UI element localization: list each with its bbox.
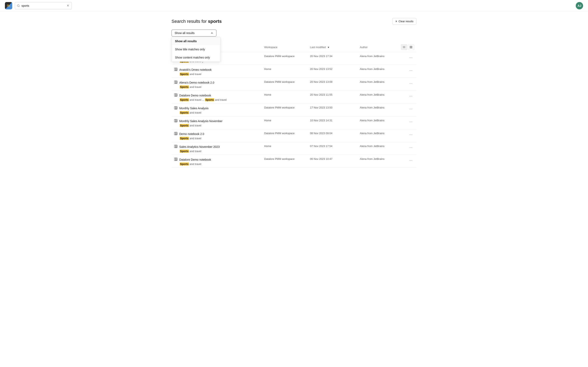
result-title[interactable]: Monthly Sales Analysis November bbox=[179, 119, 223, 123]
result-more-button[interactable]: ··· bbox=[408, 157, 414, 163]
result-more-button[interactable]: ··· bbox=[408, 80, 414, 86]
table-row: Demo notebook 2.0Sports and travelDatalo… bbox=[172, 129, 416, 142]
result-modified: 20 Nov 2023 13:52 bbox=[307, 65, 357, 78]
table-row: Datalore Demo notebookSports and travel … bbox=[172, 91, 416, 104]
page-header: Search results for sports ✕ Clear result… bbox=[172, 18, 416, 25]
search-input[interactable] bbox=[21, 4, 65, 7]
table-row: Alena's Demo notebook 2.0Sports and trav… bbox=[172, 78, 416, 91]
col-header-author: Author bbox=[357, 42, 398, 52]
col-header-workspace: Workspace bbox=[262, 42, 307, 52]
result-author: Alena from JetBrains bbox=[357, 78, 398, 91]
result-title[interactable]: Datalore Demo notebook bbox=[179, 158, 211, 161]
result-more-button[interactable]: ··· bbox=[408, 132, 414, 138]
result-title[interactable]: Monthly Sales Analysis bbox=[179, 107, 208, 110]
result-name-row: Sales Analytics November 2023 bbox=[174, 145, 259, 149]
result-modified: 10 Nov 2023 14:31 bbox=[307, 117, 357, 129]
notebook-icon bbox=[174, 93, 178, 98]
chevron-up-icon bbox=[210, 32, 213, 34]
result-workspace: Datalore PMM workspace bbox=[262, 155, 307, 168]
result-actions-cell: ··· bbox=[398, 129, 416, 142]
result-workspace: Home bbox=[262, 142, 307, 155]
table-row: Sales Analytics November 2023Sports and … bbox=[172, 142, 416, 155]
result-author: Alena from JetBrains bbox=[357, 129, 398, 142]
result-author: Alena from JetBrains bbox=[357, 142, 398, 155]
avatar[interactable]: AJ bbox=[576, 2, 583, 9]
result-author: Alena from JetBrains bbox=[357, 155, 398, 168]
result-title[interactable]: Anatolii's Dmeo notebook bbox=[179, 68, 212, 71]
result-snippet: Sports and travel ... Sports and travel bbox=[174, 98, 259, 101]
result-snippet: Sports and travel bbox=[174, 73, 259, 76]
view-toggle bbox=[401, 44, 414, 50]
result-snippet: Sports and travel bbox=[174, 85, 259, 89]
clear-search-button[interactable]: ✕ bbox=[66, 4, 70, 8]
filter-option-all[interactable]: Show all results bbox=[172, 37, 220, 45]
filter-dropdown-button[interactable]: Show all results bbox=[172, 30, 216, 36]
result-workspace: Home bbox=[262, 117, 307, 129]
result-more-button[interactable]: ··· bbox=[408, 145, 414, 150]
clear-results-x-icon: ✕ bbox=[395, 20, 397, 23]
result-actions-cell: ··· bbox=[398, 91, 416, 104]
result-actions-cell: ··· bbox=[398, 78, 416, 91]
result-more-button[interactable]: ··· bbox=[408, 55, 414, 60]
sort-desc-icon: ▼ bbox=[327, 46, 329, 49]
filter-option-title[interactable]: Show title matches only bbox=[172, 45, 220, 53]
result-more-button[interactable]: ··· bbox=[408, 93, 414, 99]
result-modified: 06 Nov 2023 10:47 bbox=[307, 155, 357, 168]
list-icon bbox=[403, 46, 406, 49]
notebook-icon bbox=[174, 67, 178, 72]
table-row: Datalore Demo notebookSports and travelD… bbox=[172, 155, 416, 168]
result-actions-cell: ··· bbox=[398, 104, 416, 117]
result-actions-cell: ··· bbox=[398, 65, 416, 78]
result-workspace: Datalore PMM workspace bbox=[262, 78, 307, 91]
result-modified: 20 Nov 2023 11:55 bbox=[307, 91, 357, 104]
table-row: Monthly Sales Analysis NovemberSports an… bbox=[172, 117, 416, 129]
search-bar: ✕ bbox=[15, 2, 72, 9]
table-row: Monthly Sales AnalysisSports and travelD… bbox=[172, 104, 416, 117]
result-snippet: Sports and travel bbox=[174, 137, 259, 140]
grid-view-button[interactable] bbox=[408, 44, 414, 50]
result-author: Alena from JetBrains bbox=[357, 65, 398, 78]
result-name-row: Monthly Sales Analysis bbox=[174, 106, 259, 110]
result-workspace: Datalore PMM workspace bbox=[262, 104, 307, 117]
result-author: Alena from JetBrains bbox=[357, 104, 398, 117]
result-modified: 07 Nov 2023 17:54 bbox=[307, 142, 357, 155]
result-snippet: Sports and travel bbox=[174, 124, 259, 127]
result-title[interactable]: Sales Analytics November 2023 bbox=[179, 145, 220, 149]
notebook-icon bbox=[174, 80, 178, 85]
notebook-icon bbox=[174, 119, 178, 123]
result-actions-cell: ··· bbox=[398, 155, 416, 168]
result-name-cell: Alena's Demo notebook 2.0Sports and trav… bbox=[172, 78, 262, 91]
notebook-icon bbox=[174, 106, 178, 110]
result-name-cell: Datalore Demo notebookSports and travel bbox=[172, 155, 262, 168]
result-modified: 20 Nov 2023 17:34 bbox=[307, 52, 357, 65]
result-name-row: Datalore Demo notebook bbox=[174, 157, 259, 162]
page-title: Search results for sports bbox=[172, 19, 222, 24]
result-name-row: Datalore Demo notebook bbox=[174, 93, 259, 98]
result-title[interactable]: Demo notebook 2.0 bbox=[179, 132, 204, 136]
result-name-cell: Sales Analytics November 2023Sports and … bbox=[172, 142, 262, 155]
result-more-button[interactable]: ··· bbox=[408, 119, 414, 125]
notebook-icon bbox=[174, 145, 178, 149]
results-tbody: and travel"]Sports and travel"]Datalore … bbox=[172, 52, 416, 168]
result-modified: 08 Nov 2023 09:04 bbox=[307, 129, 357, 142]
result-modified: 20 Nov 2023 13:09 bbox=[307, 78, 357, 91]
result-actions-cell: ··· bbox=[398, 117, 416, 129]
result-more-button[interactable]: ··· bbox=[408, 106, 414, 112]
result-name-cell: Anatolii's Dmeo notebookSports and trave… bbox=[172, 65, 262, 78]
result-name-row: Anatolii's Dmeo notebook bbox=[174, 67, 259, 72]
result-workspace: Datalore PMM workspace bbox=[262, 129, 307, 142]
result-more-button[interactable]: ··· bbox=[408, 67, 414, 73]
result-name-cell: Monthly Sales AnalysisSports and travel bbox=[172, 104, 262, 117]
result-modified: 17 Nov 2023 13:50 bbox=[307, 104, 357, 117]
result-name-row: Demo notebook 2.0 bbox=[174, 132, 259, 136]
result-workspace: Datalore PMM workspace bbox=[262, 52, 307, 65]
col-header-modified[interactable]: Last modified ▼ bbox=[307, 42, 357, 52]
clear-results-button[interactable]: ✕ Clear results bbox=[392, 18, 416, 25]
table-row: Anatolii's Dmeo notebookSports and trave… bbox=[172, 65, 416, 78]
result-title[interactable]: Datalore Demo notebook bbox=[179, 94, 211, 97]
list-view-button[interactable] bbox=[401, 44, 407, 50]
filter-option-content[interactable]: Show content matches only bbox=[172, 53, 220, 62]
search-icon bbox=[17, 4, 20, 7]
svg-line-1 bbox=[19, 6, 20, 7]
result-title[interactable]: Alena's Demo notebook 2.0 bbox=[179, 81, 214, 84]
